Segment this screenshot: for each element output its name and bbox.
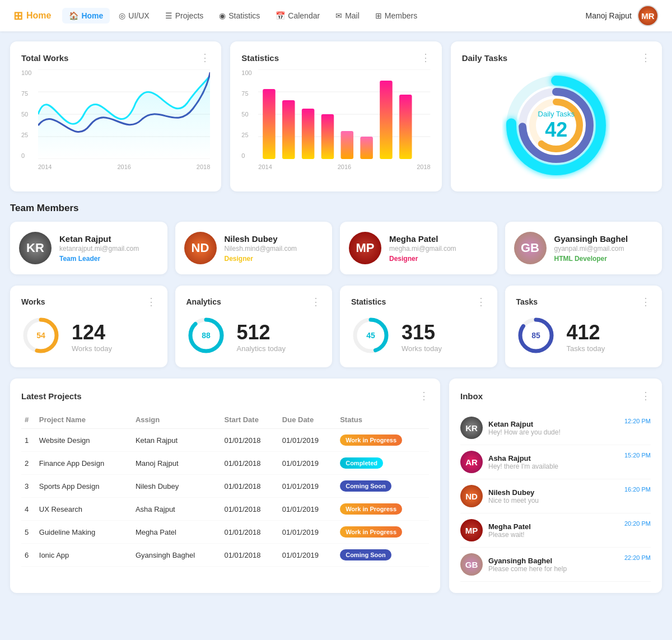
inbox-item[interactable]: KR Ketan Rajput Hey! How are you dude! 1…: [460, 411, 651, 445]
total-works-menu[interactable]: ⋮: [200, 52, 210, 64]
stat-donut: 54: [21, 316, 60, 357]
inbox-message: Nice to meet you: [488, 497, 619, 504]
svg-rect-14: [361, 137, 374, 159]
inbox-time: 12:20 PM: [624, 418, 651, 424]
table-row: 4 UX Research Asha Rajput 01/01/2018 01/…: [21, 498, 429, 521]
daily-tasks-title: Daily Tasks: [462, 53, 507, 63]
inbox-time: 20:20 PM: [624, 520, 651, 527]
daily-tasks-donut: Daily Tasks 42: [462, 69, 651, 181]
statistics-header: Statistics ⋮: [241, 52, 430, 64]
inbox-content: Ketan Rajput Hey! How are you dude!: [488, 420, 619, 436]
stat-card-menu[interactable]: ⋮: [476, 296, 486, 308]
donut-label-num: 42: [538, 118, 575, 142]
inbox-sender: Gyansingh Baghel: [488, 557, 619, 565]
inbox-sender: Ketan Rajput: [488, 420, 619, 428]
stat-card-header: Tasks ⋮: [516, 296, 651, 308]
svg-rect-13: [341, 131, 354, 159]
svg-rect-15: [380, 81, 393, 159]
bottom-row: Latest Projects ⋮ #Project NameAssignSta…: [10, 379, 662, 593]
inbox-message: Hey! How are you dude!: [488, 428, 619, 436]
team-info: Ketan Rajput ketanrajput.mi@gmail.com Te…: [59, 234, 139, 263]
inbox-header: Inbox ⋮: [460, 390, 651, 402]
team-avatar: KR: [19, 232, 52, 264]
team-info: Gyansingh Baghel gyanpal.mi@gmail.com HT…: [554, 234, 628, 263]
projects-menu[interactable]: ⋮: [419, 390, 429, 402]
team-card: ND Nilesh Dubey Nilesh.mind@gmail.com De…: [175, 222, 333, 274]
stat-y-axis: 1007550250: [241, 69, 251, 170]
total-works-title: Total Works: [21, 53, 68, 63]
stat-donut: 45: [351, 316, 390, 357]
inbox-item[interactable]: ND Nilesh Dubey Nice to meet you 16:20 P…: [460, 479, 651, 513]
wave-svg: [38, 69, 210, 159]
nav-logo[interactable]: ⊞ Home: [13, 9, 51, 22]
team-card: KR Ketan Rajput ketanrajput.mi@gmail.com…: [10, 222, 167, 274]
inbox-time: 15:20 PM: [624, 452, 651, 459]
stat-nums: 315 Works today: [402, 321, 442, 353]
stat-card-1: Analytics ⋮ 88 512 Analytics today: [175, 286, 333, 367]
top-charts-row: Total Works ⋮ 1007550250: [10, 41, 662, 191]
projects-header: Latest Projects ⋮: [21, 390, 429, 402]
stat-card-title: Tasks: [516, 297, 538, 306]
inbox-item[interactable]: GB Gyansingh Baghel Please come here for…: [460, 548, 651, 582]
inbox-menu[interactable]: ⋮: [641, 390, 651, 402]
stat-nums: 412 Tasks today: [567, 321, 605, 353]
stat-card-menu[interactable]: ⋮: [146, 296, 156, 308]
team-section-title: Team Members: [10, 203, 662, 214]
stat-card-header: Analytics ⋮: [186, 296, 321, 308]
stat-card-menu[interactable]: ⋮: [311, 296, 321, 308]
nav-item-calendar[interactable]: 📅 Calendar: [269, 8, 326, 24]
nav-right: Manoj Rajput MR: [586, 5, 659, 26]
navbar: ⊞ Home 🏠 Home ◎ UI/UX ☰ Projects ◉ Stati…: [0, 0, 672, 31]
status-badge: Coming Soon: [340, 480, 391, 492]
team-role: Designer: [225, 255, 297, 263]
inbox-message: Hey! there I'm available: [488, 463, 619, 470]
stat-card-3: Tasks ⋮ 85 412 Tasks today: [505, 286, 662, 367]
status-badge: Coming Soon: [340, 549, 391, 560]
inbox-message: Please wait!: [488, 531, 619, 539]
stat-num: 412: [567, 321, 605, 344]
svg-text:45: 45: [366, 331, 375, 340]
stat-num: 315: [402, 321, 442, 344]
team-row: KR Ketan Rajput ketanrajput.mi@gmail.com…: [10, 222, 662, 274]
stat-card-title: Works: [21, 297, 45, 306]
svg-rect-16: [399, 95, 412, 159]
uiux-icon: ◎: [119, 11, 125, 20]
avatar[interactable]: MR: [637, 5, 659, 26]
team-email: ketanrajput.mi@gmail.com: [59, 245, 139, 253]
stat-card-header: Statistics ⋮: [351, 296, 486, 308]
stat-nums: 124 Works today: [72, 321, 112, 353]
team-name: Gyansingh Baghel: [554, 234, 628, 244]
team-name: Megha Patel: [389, 234, 456, 244]
svg-text:54: 54: [36, 331, 45, 340]
table-col-header: #: [21, 411, 36, 429]
stat-donut: 85: [516, 316, 556, 357]
nav-item-statistics[interactable]: ◉ Statistics: [212, 8, 267, 24]
stat-x-axis: 201420162018: [258, 163, 430, 170]
team-info: Nilesh Dubey Nilesh.mind@gmail.com Desig…: [225, 234, 297, 263]
nav-item-home[interactable]: 🏠 Home: [62, 8, 110, 24]
svg-rect-12: [321, 114, 334, 159]
stat-cards-row: Works ⋮ 54 124 Works today: [10, 286, 662, 367]
nav-item-mail[interactable]: ✉ Mail: [329, 8, 366, 24]
nav-item-projects[interactable]: ☰ Projects: [158, 8, 211, 24]
table-body: 1 Website Design Ketan Rajput 01/01/2018…: [21, 429, 429, 567]
inbox-content: Nilesh Dubey Nice to meet you: [488, 488, 619, 504]
nav-item-uiux[interactable]: ◎ UI/UX: [112, 8, 156, 24]
inbox-item[interactable]: MP Megha Patel Please wait! 20:20 PM: [460, 513, 651, 548]
table-col-header: Start Date: [221, 411, 278, 429]
inbox-item[interactable]: AR Asha Rajput Hey! there I'm available …: [460, 445, 651, 479]
team-email: gyanpal.mi@gmail.com: [554, 245, 628, 253]
team-name: Ketan Rajput: [59, 234, 139, 244]
stat-card-title: Statistics: [351, 297, 386, 306]
statistics-menu[interactable]: ⋮: [421, 52, 431, 64]
y-axis: 1007550250: [21, 69, 31, 170]
inbox-sender: Nilesh Dubey: [488, 488, 619, 497]
nav-item-members[interactable]: ⊞ Members: [368, 8, 424, 24]
projects-card: Latest Projects ⋮ #Project NameAssignSta…: [10, 379, 440, 593]
inbox-sender: Megha Patel: [488, 522, 619, 531]
stat-card-header: Works ⋮: [21, 296, 156, 308]
inbox-avatar: MP: [460, 519, 483, 541]
daily-tasks-menu[interactable]: ⋮: [641, 52, 651, 64]
daily-tasks-card: Daily Tasks ⋮: [451, 41, 662, 191]
stat-card-menu[interactable]: ⋮: [641, 296, 651, 308]
